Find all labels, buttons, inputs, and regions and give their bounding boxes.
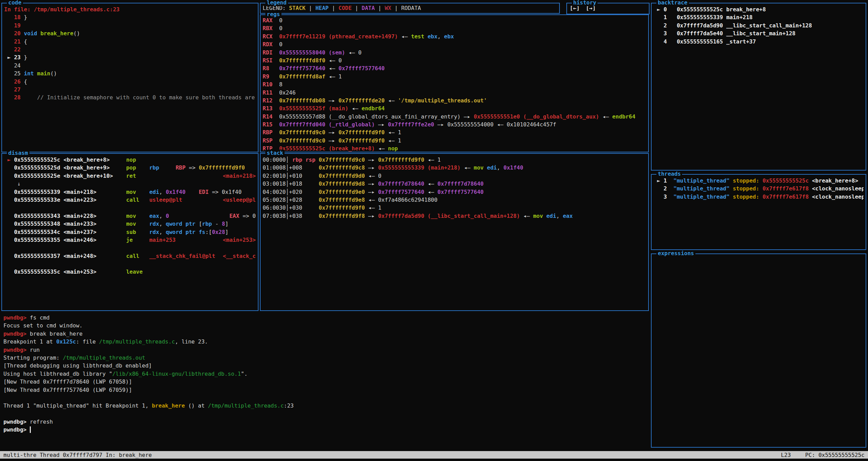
text-line	[4, 204, 256, 212]
expressions-panel: expressions	[651, 253, 866, 448]
regs-panel: regs RAX 0RBX 0RCX 0x7ffff7e11219 (pthre…	[260, 14, 649, 152]
console[interactable]: pwndbg> fs cmdFocus set to cmd window.pw…	[1, 312, 649, 449]
text-line: R13 0x55555555525f (main) ◂— endbr64	[263, 104, 646, 112]
text-line: 0x555555555348 <main+233> mov rdx, qword…	[4, 220, 256, 228]
text-line: RDX 0	[263, 40, 646, 48]
text-line: 01:0008│+008 0x7fffffffd9c8 —▸ 0x5555555…	[263, 164, 646, 172]
text-line: R11 0x246	[263, 89, 646, 97]
legend-panel-title: legend	[265, 0, 288, 6]
text-line: pwndbg>	[3, 426, 646, 434]
text-line: RCX 0x7ffff7e11219 (pthread_create+1497)…	[263, 33, 646, 40]
text-line: R12 0x7fffffffdb08 —▸ 0x7fffffffde20 ◂— …	[263, 97, 646, 104]
text-line: RIP 0x55555555525c (break_here+8) ◂— nop	[263, 145, 646, 152]
text-line: R9 0x7fffffffd8af ◂— 1	[263, 73, 646, 80]
text-line: Using host libthread_db library "/lib/x8…	[3, 370, 646, 378]
text-line: 0x55555555533e <main+223> call usleep@pl…	[4, 196, 256, 204]
status-bar-left: multi-thre Thread 0x7ffff7d797 In: break…	[3, 452, 152, 458]
text-line	[3, 394, 646, 402]
text-line: 22	[4, 46, 256, 53]
text-line: Starting program: /tmp/multiple_threads.…	[3, 354, 646, 362]
text-line: 21 {	[4, 38, 256, 46]
stack-panel: stack 00:0000│ rbp rsp 0x7fffffffd9c0 —▸…	[260, 153, 649, 311]
code-content[interactable]: In file: /tmp/multiple_threads.c:23 18 }…	[2, 3, 258, 152]
status-line-indicator: L23	[781, 452, 791, 458]
text-line: 3 0x7ffff7da5e40 __libc_start_main+128	[654, 29, 864, 37]
text-line: pwndbg> refresh	[3, 418, 646, 426]
text-line	[3, 410, 646, 418]
text-line	[4, 260, 256, 268]
threads-panel-title: threads	[656, 171, 682, 177]
disasm-panel-title: disasm	[7, 150, 29, 157]
text-line: [New Thread 0x7ffff7577640 (LWP 67059)]	[3, 386, 646, 394]
text-line: 05:0028│+028 0x7fffffffd9e8 ◂— 0xf7a4866…	[263, 196, 646, 204]
expressions-content[interactable]	[652, 254, 866, 447]
disasm-content[interactable]: ► 0x55555555525c <break_here+8> nop 0x55…	[2, 154, 258, 310]
text-line: 0x555555555355 <main+246> je main+253<ma…	[4, 236, 256, 244]
status-pc-indicator: PC: 0x55555555525c	[805, 452, 865, 458]
text-line: 07:0038│+038 0x7fffffffd9f8 —▸ 0x7ffff7d…	[263, 212, 646, 220]
text-line: 0x555555555357 <main+248> call __stack_c…	[4, 252, 256, 260]
text-line: 04:0020│+020 0x7fffffffd9e0 —▸ 0x7ffff75…	[263, 188, 646, 196]
text-line: 0x55555555535c <main+253> leave	[4, 268, 256, 276]
text-line: ↓	[4, 180, 256, 188]
text-line: 2 0x7ffff7da5d90 __libc_start_call_main+…	[654, 22, 864, 29]
regs-panel-title: regs	[265, 11, 281, 18]
threads-content[interactable]: ► 1 "multiple_thread" stopped: 0x5555555…	[652, 175, 866, 249]
text-line: ► 1 "multiple_thread" stopped: 0x5555555…	[654, 177, 864, 185]
text-line: 18 }	[4, 13, 256, 21]
console-output: pwndbg> fs cmdFocus set to cmd window.pw…	[3, 314, 646, 434]
text-line: RBP 0x7fffffffd9c0 —▸ 0x7fffffffd9f0 ◂— …	[263, 128, 646, 136]
text-line: ► 0 0x55555555525c break_here+8	[654, 5, 864, 13]
pwndbg-terminal: code In file: /tmp/multiple_threads.c:23…	[0, 0, 868, 461]
text-line: RSI 0x7fffffffd8f0 ◂— 0	[263, 57, 646, 64]
text-line: 0x555555555339 <main+218> mov edi, 0x1f4…	[4, 188, 256, 196]
text-line: R15 0x7ffff7ffd040 (_rtld_global) —▸ 0x7…	[263, 121, 646, 128]
text-line: Focus set to cmd window.	[3, 322, 646, 329]
text-line: 0x555555555343 <main+228> mov eax, 0EAX …	[4, 212, 256, 220]
backtrace-panel-title: backtrace	[656, 0, 689, 6]
text-line: 25 int main()	[4, 70, 256, 77]
text-line: pwndbg> break break_here	[3, 330, 646, 338]
text-line: 2 "multiple_thread" stopped: 0x7ffff7e61…	[654, 185, 864, 192]
text-line: 02:0010│+010 0x7fffffffd9d0 ◂— 0	[263, 172, 646, 180]
text-line: 1 0x555555555339 main+218	[654, 13, 864, 21]
history-panel: history [←] [→]	[566, 3, 650, 14]
text-line: [Thread debugging using libthread_db ena…	[3, 362, 646, 370]
text-line: RBX 0	[263, 24, 646, 32]
text-line: 27	[4, 86, 256, 94]
code-panel: code In file: /tmp/multiple_threads.c:23…	[1, 3, 259, 152]
backtrace-panel: backtrace ► 0 0x55555555525c break_here+…	[651, 3, 866, 171]
text-line: R8 0x7ffff7577640 ◂— 0x7ffff7577640	[263, 64, 646, 72]
text-line: 00:0000│ rbp rsp 0x7fffffffd9c0 —▸ 0x7ff…	[263, 156, 646, 164]
text-line: RSP 0x7fffffffd9c0 —▸ 0x7fffffffd9f0 ◂— …	[263, 137, 646, 145]
text-line: 19	[4, 22, 256, 29]
text-line: RAX 0	[263, 16, 646, 24]
threads-panel: threads ► 1 "multiple_thread" stopped: 0…	[651, 174, 866, 250]
text-line: pwndbg> fs cmd	[3, 314, 646, 322]
backtrace-content[interactable]: ► 0 0x55555555525c break_here+8 1 0x5555…	[652, 3, 866, 170]
text-line: 26 {	[4, 78, 256, 86]
text-line: LEGEND: STACK | HEAP | CODE | DATA | WX …	[263, 4, 557, 12]
text-line: ► 23 }	[4, 53, 256, 61]
text-line: R14 0x555555557d88 (__do_global_dtors_au…	[263, 113, 646, 121]
text-line: 06:0030│+030 0x7fffffffd9f0 ◂— 1	[263, 204, 646, 212]
text-line: 4 0x555555555165 _start+37	[654, 38, 864, 46]
text-line: 28 // Initialize semaphore with count 0 …	[4, 94, 256, 101]
text-line: Thread 1 "multiple_thread" hit Breakpoin…	[3, 402, 646, 410]
text-line: 20 void break_here()	[4, 29, 256, 37]
legend-content: LEGEND: STACK | HEAP | CODE | DATA | WX …	[261, 3, 559, 13]
text-line: 0x55555555525e <break_here+10> ret<main+…	[4, 172, 256, 180]
text-line: RDI 0x555555558040 (sem) ◂— 0	[263, 49, 646, 57]
text-line: 3 "multiple_thread" stopped: 0x7ffff7e61…	[654, 193, 864, 201]
text-line: R10 8	[263, 80, 646, 88]
legend-panel: legend LEGEND: STACK | HEAP | CODE | DAT…	[260, 3, 560, 14]
stack-panel-title: stack	[265, 150, 285, 157]
text-line: Breakpoint 1 at 0x125c: file /tmp/multip…	[3, 338, 646, 346]
text-line: 24	[4, 62, 256, 70]
text-line: 03:0018│+018 0x7fffffffd9d8 —▸ 0x7ffff7d…	[263, 180, 646, 188]
code-panel-title: code	[7, 0, 23, 6]
regs-content[interactable]: RAX 0RBX 0RCX 0x7ffff7e11219 (pthread_cr…	[261, 15, 648, 152]
stack-content[interactable]: 00:0000│ rbp rsp 0x7fffffffd9c0 —▸ 0x7ff…	[261, 154, 648, 310]
text-line	[4, 244, 256, 252]
text-line: ► 0x55555555525c <break_here+8> nop	[4, 156, 256, 164]
